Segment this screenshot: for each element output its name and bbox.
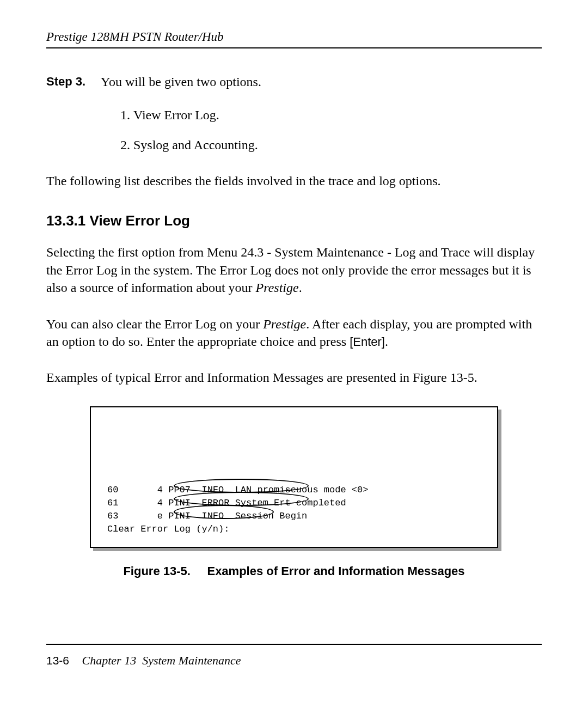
page: Prestige 128MH PSTN Router/Hub Step 3. Y… [0, 0, 588, 714]
header-rule [46, 47, 542, 48]
step-text: You will be given two options. [101, 75, 261, 89]
section-heading: 13.3.1 View Error Log [46, 212, 542, 229]
step-label: Step 3. [46, 75, 101, 89]
figure-box: 60 4 PP07 INFO LAN promiscuous mode <0> … [90, 406, 498, 548]
footer-rule [46, 644, 542, 645]
option-1: View Error Log. [133, 108, 542, 123]
paragraph-2: You can also clear the Error Log on your… [46, 315, 542, 351]
enter-key: [Enter] [350, 335, 385, 349]
running-header: Prestige 128MH PSTN Router/Hub [46, 30, 542, 44]
chapter-title-text: System Maintenance [142, 654, 241, 667]
para1-italic: Prestige [256, 280, 299, 295]
figure-wrap: 60 4 PP07 INFO LAN promiscuous mode <0> … [90, 406, 498, 548]
para1-b: . [299, 280, 302, 295]
page-number: 13-6 [46, 654, 69, 667]
options-list: View Error Log. Syslog and Accounting. [46, 108, 542, 152]
para2-c: . [385, 334, 388, 349]
option-2: Syslog and Accounting. [133, 138, 542, 152]
figure-caption-text: Examples of Error and Information Messag… [207, 564, 464, 578]
chapter-prefix: Chapter 13 [82, 654, 137, 667]
figure-caption-label: Figure 13-5. [123, 564, 190, 578]
intro-after-options: The following list describes the fields … [46, 172, 542, 190]
figure-text: 60 4 PP07 INFO LAN promiscuous mode <0> … [107, 484, 368, 536]
paragraph-3: Examples of typical Error and Informatio… [46, 369, 542, 386]
running-footer: 13-6 Chapter 13 System Maintenance [46, 654, 542, 668]
step-line: Step 3. You will be given two options. [46, 75, 542, 89]
para2-italic: Prestige [263, 317, 306, 331]
paragraph-1: Selecting the first option from Menu 24.… [46, 243, 542, 296]
figure-caption: Figure 13-5. Examples of Error and Infor… [46, 564, 542, 578]
para2-a: You can also clear the Error Log on your [46, 317, 263, 331]
